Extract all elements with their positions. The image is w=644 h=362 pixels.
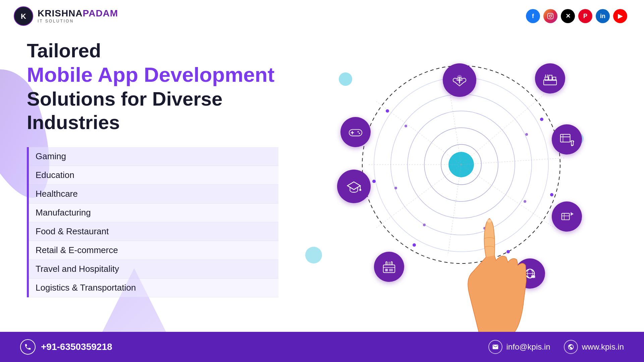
footer-contacts: info@kpis.in www.kpis.in [488,340,624,354]
industry-list: Gaming Education Healthcare Manufacturin… [27,147,278,297]
industry-item-manufacturing[interactable]: Manufacturing [29,203,278,222]
svg-point-59 [359,189,361,191]
svg-point-4 [551,14,552,15]
footer-email: info@kpis.in [488,340,550,354]
svg-point-21 [524,200,526,203]
node-travel [552,201,582,232]
logo-icon: K [13,6,34,26]
headline: Tailored Mobile App Development Solution… [27,39,278,134]
svg-point-63 [358,131,359,132]
headline-line3: Solutions for Diverse Industries [27,87,278,134]
industry-item-logistics[interactable]: Logistics & Transportation [29,279,278,297]
svg-rect-40 [560,134,570,142]
website-icon [564,340,578,354]
footer: +91-6350359218 info@kpis.in www.kpis.in [0,332,644,362]
svg-rect-54 [383,265,395,273]
svg-point-17 [372,180,376,183]
svg-point-65 [487,219,492,223]
svg-line-27 [461,94,544,165]
hand-graphic [442,207,536,336]
footer-website: www.kpis.in [564,340,624,354]
website-text: www.kpis.in [582,342,624,352]
headline-line1: Tailored [27,39,278,62]
svg-point-13 [540,118,543,121]
brand-name: KRISHNAPADAM [38,9,118,18]
node-manufacturing [535,63,565,94]
cyan-deco-2 [305,247,322,263]
industry-item-food[interactable]: Food & Restaurant [29,222,278,241]
node-healthcare [443,63,476,97]
svg-point-3 [549,15,552,17]
node-ecommerce [552,124,582,155]
svg-point-14 [550,193,553,196]
svg-point-23 [423,224,426,226]
linkedin-icon[interactable]: in [596,9,610,23]
header: K KRISHNAPADAM IT Solution f ✕ P in ▶ [0,0,644,32]
svg-point-24 [394,187,397,189]
svg-point-64 [359,133,360,134]
svg-point-20 [525,133,528,136]
industry-item-gaming[interactable]: Gaming [29,147,278,166]
twitter-x-icon[interactable]: ✕ [561,9,575,23]
left-panel: Tailored Mobile App Development Solution… [27,32,278,330]
logo-area: K KRISHNAPADAM IT Solution [13,6,118,26]
right-diagram [278,32,644,330]
svg-text:K: K [21,12,26,20]
industry-item-education[interactable]: Education [29,166,278,185]
instagram-icon[interactable] [543,9,557,23]
phone-icon [20,339,36,355]
svg-point-16 [413,243,416,247]
logo-text: KRISHNAPADAM IT Solution [38,9,118,23]
svg-rect-57 [389,269,393,272]
industry-item-retail[interactable]: Retail & E-commerce [29,241,278,260]
node-food [374,252,404,282]
svg-rect-2 [548,13,553,19]
diagram-container [344,61,579,295]
svg-point-25 [405,125,407,127]
youtube-icon[interactable]: ▶ [613,9,627,23]
industry-item-travel[interactable]: Travel and Hospitality [29,260,278,279]
social-icons: f ✕ P in ▶ [526,9,627,23]
headline-line2: Mobile App Development [27,62,278,87]
pinterest-icon[interactable]: P [578,9,592,23]
svg-rect-44 [562,213,570,220]
facebook-icon[interactable]: f [526,9,540,23]
email-text: info@kpis.in [506,342,550,352]
email-icon [488,340,502,354]
main-content: Tailored Mobile App Development Solution… [0,32,644,330]
svg-point-43 [571,145,573,146]
phone-number: +91-6350359218 [41,342,112,352]
node-gaming [340,117,371,147]
industry-item-healthcare[interactable]: Healthcare [29,185,278,203]
footer-phone: +91-6350359218 [20,339,112,355]
node-education [337,170,371,203]
svg-line-28 [461,158,565,165]
brand-subtitle: IT Solution [38,19,118,23]
svg-rect-56 [385,269,388,272]
